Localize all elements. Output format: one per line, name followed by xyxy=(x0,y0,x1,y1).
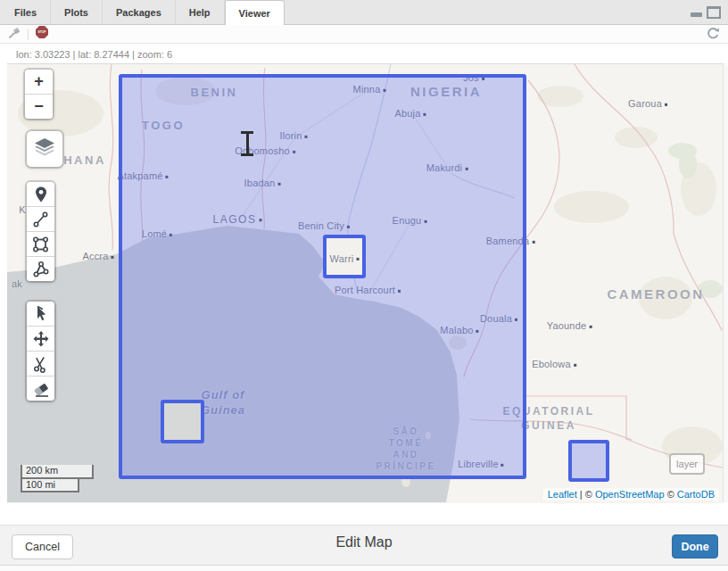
rectangle-icon xyxy=(30,234,52,255)
map-coordinates-readout: lon: 3.03223 | lat: 8.27444 | zoom: 6 xyxy=(16,49,172,60)
done-button[interactable]: Done xyxy=(672,534,718,559)
map-label-k: K xyxy=(19,203,26,216)
draw-polygon-button[interactable] xyxy=(27,257,54,281)
hole-rectangle-warri[interactable]: Warri xyxy=(323,235,366,278)
map-attribution: Leaflet | © OpenStreetMap © CartoDB xyxy=(543,488,719,501)
draw-rectangle-button[interactable] xyxy=(27,232,54,257)
polygon-icon xyxy=(30,259,52,280)
scale-km: 200 km xyxy=(21,465,94,479)
edit-map-footer: Cancel Edit Map Done xyxy=(0,525,728,566)
window-controls xyxy=(691,0,721,24)
cut-icon xyxy=(30,353,52,375)
zoom-control: + − xyxy=(25,70,53,119)
viewer-toolbar: STOP xyxy=(0,25,728,44)
edit-vertices-button[interactable] xyxy=(27,302,54,327)
tab-help[interactable]: Help xyxy=(176,0,225,24)
drag-button[interactable] xyxy=(27,327,54,352)
minimize-icon[interactable] xyxy=(691,12,702,17)
draw-marker-button[interactable] xyxy=(27,182,54,207)
map-label-warri: Warri xyxy=(330,252,360,264)
attribution-separator: | xyxy=(580,489,583,500)
draw-polyline-button[interactable] xyxy=(27,207,54,232)
layer-button[interactable]: layer xyxy=(669,453,705,475)
pane-tabbar: FilesPlotsPackagesHelpViewer xyxy=(0,0,728,25)
map-label-hana: HANA xyxy=(63,153,106,169)
tab-packages[interactable]: Packages xyxy=(103,0,176,24)
small-rectangle-gabon[interactable] xyxy=(568,440,609,482)
cut-button[interactable] xyxy=(27,352,54,377)
refresh-icon[interactable] xyxy=(707,27,720,44)
map-viewport[interactable]: HANATOGOBENINNIGERIACAMEROONEQUATORIAL G… xyxy=(7,63,723,503)
edit-toolbar xyxy=(27,302,54,401)
text-cursor xyxy=(238,131,256,156)
tab-files[interactable]: Files xyxy=(1,0,51,24)
layers-control[interactable] xyxy=(27,131,62,167)
drag-icon xyxy=(30,328,52,350)
osm-copyright: © xyxy=(585,489,592,500)
polyline-icon xyxy=(30,209,52,230)
rstudio-viewer-pane: FilesPlotsPackagesHelpViewer STOP xyxy=(0,0,728,571)
tab-viewer[interactable]: Viewer xyxy=(225,0,285,25)
cartodb-link[interactable]: CartoDB xyxy=(677,489,715,500)
layers-icon xyxy=(33,137,56,161)
draw-toolbar xyxy=(27,182,54,281)
zoom-out-button[interactable]: − xyxy=(25,95,53,119)
zoom-in-button[interactable]: + xyxy=(25,70,53,95)
map-label-cameroon: CAMEROON xyxy=(607,286,704,303)
map-label-accra: Accra xyxy=(82,250,113,262)
stop-icon[interactable]: STOP xyxy=(35,25,49,43)
map-label-yaounde: Yaounde xyxy=(547,319,592,332)
map-label-garoua: Garoua xyxy=(628,97,667,110)
map-label-ebolowa: Ebolowa xyxy=(532,358,576,370)
map-label-ak: ak xyxy=(12,277,22,290)
erase-button[interactable] xyxy=(27,377,54,401)
scale-control: 200 km 100 mi xyxy=(21,465,94,492)
openstreetmap-link[interactable]: OpenStreetMap xyxy=(595,489,665,500)
stop-icon-label: STOP xyxy=(37,30,46,34)
carto-copyright: © xyxy=(667,489,674,500)
marker-icon xyxy=(30,185,52,204)
erase-icon xyxy=(30,378,52,400)
tab-plots[interactable]: Plots xyxy=(51,0,103,24)
pane-right-gutter xyxy=(723,63,728,502)
edit-vertices-icon xyxy=(30,303,52,325)
maximize-icon[interactable] xyxy=(707,6,721,19)
tab-strip: FilesPlotsPackagesHelpViewer xyxy=(1,0,285,24)
leaflet-link[interactable]: Leaflet xyxy=(548,489,577,500)
scale-mi: 100 mi xyxy=(21,479,79,492)
footer-bottom-strip xyxy=(0,565,728,571)
hole-rectangle-gulf[interactable] xyxy=(161,400,204,443)
page-title: Edit Map xyxy=(0,534,728,550)
clear-viewer-broom-icon[interactable] xyxy=(7,26,21,43)
toolbar-separator xyxy=(28,29,29,40)
